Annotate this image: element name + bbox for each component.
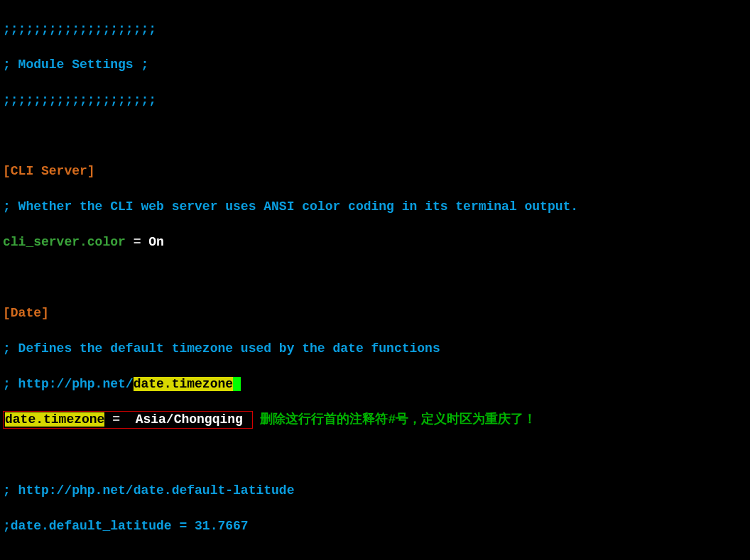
equals: =	[104, 412, 135, 427]
annotation-box: date.timezone = Asia/Chongqing	[3, 411, 253, 429]
search-highlight: date.timezone	[134, 377, 233, 391]
blank-line	[3, 553, 750, 560]
annotation-text: 删除这行行首的注释符#号，定义时区为重庆了！	[253, 412, 537, 427]
config-key: cli_server.color	[3, 235, 126, 249]
cursor	[233, 377, 241, 391]
comment-line: ;date.default_latitude = 31.7667	[3, 517, 750, 535]
comment-text: ; http://php.net/	[3, 377, 134, 391]
config-line-timezone: date.timezone = Asia/Chongqing 删除这行行首的注释…	[3, 411, 750, 429]
equals: =	[126, 235, 148, 249]
blank-line	[3, 446, 750, 464]
config-value: On	[148, 235, 164, 249]
comment-line: ;;;;;;;;;;;;;;;;;;;;	[3, 21, 750, 38]
comment-line: ; Whether the CLI web server uses ANSI c…	[3, 198, 750, 216]
comment-line: ;;;;;;;;;;;;;;;;;;;;	[3, 92, 750, 109]
comment-line: ; Module Settings ;	[3, 56, 750, 74]
comment-line: ; Defines the default timezone used by t…	[3, 340, 750, 358]
search-highlight: date.timezone	[5, 412, 104, 427]
section-cli: [CLI Server]	[3, 163, 750, 180]
config-line-cli-color: cli_server.color = On	[3, 234, 750, 251]
section-date: [Date]	[3, 304, 750, 322]
comment-url-line: ; http://php.net/date.default-latitude	[3, 482, 750, 500]
vim-editor[interactable]: ;;;;;;;;;;;;;;;;;;;; ; Module Settings ;…	[0, 0, 750, 560]
blank-line	[3, 127, 750, 145]
blank-line	[3, 269, 750, 287]
comment-url-line: ; http://php.net/date.timezone	[3, 375, 750, 393]
config-value: Asia/Chongqing	[136, 412, 251, 427]
